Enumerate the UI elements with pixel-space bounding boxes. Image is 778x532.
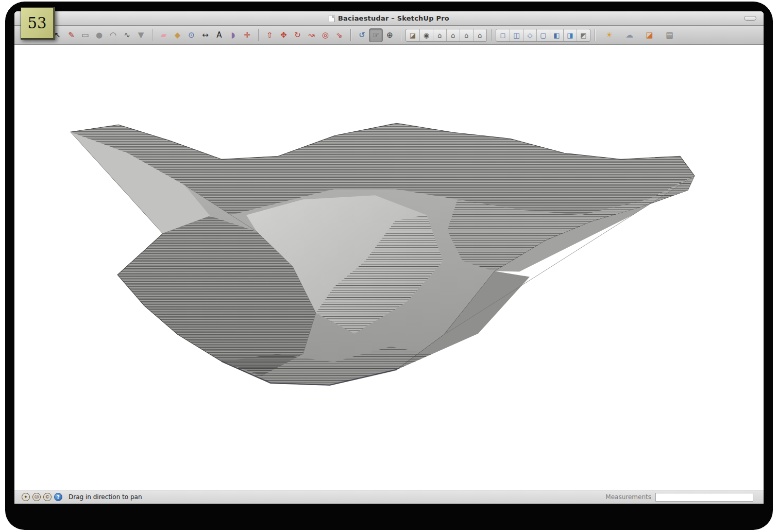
line-tool-icon: ✎	[68, 31, 75, 39]
iso-view[interactable]: ◪	[406, 29, 419, 41]
modify-tools-group: ⇧✥↻↝◎⇘	[263, 28, 346, 42]
scale-tool[interactable]: ⇘	[332, 28, 346, 42]
text-tool-icon: A	[216, 31, 222, 39]
shaded-with-textures-style[interactable]: ◨	[563, 29, 577, 41]
rectangle-tool[interactable]: ▭	[78, 28, 92, 42]
protractor-tool-icon: ◗	[231, 31, 235, 39]
back-view[interactable]: ⌂	[460, 29, 473, 41]
help-icon[interactable]: ?	[54, 493, 62, 501]
top-view[interactable]: ◉	[419, 29, 433, 41]
fog-toggle[interactable]: ☁	[622, 28, 636, 42]
draw-tools-group: ↖✎▭●◠∿▼	[50, 28, 148, 42]
right-view[interactable]: ⌂	[446, 29, 460, 41]
back-view-icon: ⌂	[464, 32, 468, 39]
panels-group: ☀☁◪▤	[599, 28, 680, 42]
toolbar-separator	[401, 29, 401, 41]
shaded-with-textures-style-icon: ◨	[567, 32, 573, 39]
shadows-toggle-icon: ☀	[606, 31, 613, 39]
layers-panel[interactable]: ▤	[663, 28, 676, 42]
annotation-badge: 53	[21, 7, 55, 40]
monochrome-style[interactable]: ◩	[577, 29, 590, 41]
protractor-tool[interactable]: ◗	[226, 28, 240, 42]
geolocation-status-icon[interactable]: ✦	[22, 493, 30, 501]
paint-bucket-tool[interactable]: ◆	[171, 28, 184, 42]
tape-measure-tool-icon: ⊙	[188, 31, 195, 39]
follow-me-tool[interactable]: ↝	[305, 28, 318, 42]
measurements-area: Measurements	[605, 493, 753, 502]
zoom-tool[interactable]: ⊕	[383, 28, 397, 42]
screenshot-frame: Baciaestudar – SketchUp Pro ↖✎▭●◠∿▼▰◆⊙↔A…	[5, 2, 773, 530]
offset-tool[interactable]: ◎	[318, 28, 332, 42]
layers-panel-icon: ▤	[666, 31, 673, 39]
left-view-icon: ⌂	[478, 32, 482, 39]
right-view-icon: ⌂	[451, 32, 455, 39]
document-proxy-icon[interactable]	[329, 15, 335, 22]
circle-tool-icon: ●	[96, 31, 103, 39]
statusbar: ✦☺©? Drag in direction to pan Measuremen…	[14, 490, 764, 504]
hidden-line-style[interactable]: ▢	[536, 29, 550, 41]
eraser-tool[interactable]: ▰	[157, 28, 171, 42]
terrain-model	[14, 45, 764, 490]
paint-bucket-tool-icon: ◆	[175, 31, 181, 39]
toolbar-separator	[152, 29, 153, 41]
move-tool[interactable]: ✥	[277, 28, 291, 42]
rectangle-tool-icon: ▭	[81, 31, 89, 39]
move-tool-icon: ✥	[280, 31, 287, 39]
shadows-toggle[interactable]: ☀	[602, 28, 616, 42]
dimension-tool[interactable]: ↔	[198, 28, 212, 42]
x-ray-style[interactable]: ◻	[496, 29, 510, 41]
wireframe-style[interactable]: ◇	[523, 29, 536, 41]
rotate-tool-icon: ↻	[294, 31, 301, 39]
offset-tool-icon: ◎	[322, 31, 329, 39]
arc-tool-icon: ◠	[110, 31, 116, 39]
back-edges-style[interactable]: ◫	[510, 29, 523, 41]
back-edges-style-icon: ◫	[513, 32, 519, 39]
claim-model-status-icon[interactable]: ☺	[32, 493, 41, 501]
toolbar-separator	[491, 29, 492, 41]
credits-status-icon[interactable]: ©	[43, 493, 52, 501]
line-tool[interactable]: ✎	[64, 28, 78, 42]
push-pull-tool-icon: ⇧	[266, 31, 273, 39]
wireframe-style-icon: ◇	[528, 32, 533, 39]
views-group: ◪◉⌂⌂⌂⌂	[405, 29, 487, 42]
arc-tool[interactable]: ◠	[106, 28, 120, 42]
orbit-tool[interactable]: ↺	[355, 28, 369, 42]
left-view[interactable]: ⌂	[473, 29, 486, 41]
axes-tool[interactable]: ✛	[240, 28, 254, 42]
rotate-tool[interactable]: ↻	[291, 28, 305, 42]
push-pull-tool[interactable]: ⇧	[263, 28, 277, 42]
scale-tool-icon: ⇘	[336, 31, 343, 39]
tape-measure-tool[interactable]: ⊙	[184, 28, 198, 42]
freehand-tool-icon: ∿	[124, 31, 130, 39]
front-view[interactable]: ⌂	[433, 29, 446, 41]
polygon-tool[interactable]: ▼	[134, 28, 148, 42]
section-plane-tool-icon: ◪	[646, 31, 653, 39]
titlebar[interactable]: Baciaestudar – SketchUp Pro	[14, 11, 764, 26]
measurements-input[interactable]	[655, 493, 753, 502]
iso-view-icon: ◪	[410, 32, 416, 39]
dimension-tool-icon: ↔	[202, 31, 209, 39]
fog-toggle-icon: ☁	[625, 31, 633, 39]
shaded-style-icon: ◧	[553, 32, 560, 39]
x-ray-style-icon: ◻	[500, 32, 506, 39]
hidden-line-style-icon: ▢	[540, 32, 546, 39]
section-plane-tool[interactable]: ◪	[642, 28, 656, 42]
window-title: Baciaestudar – SketchUp Pro	[338, 14, 449, 22]
toolbar-separator	[595, 29, 595, 41]
eraser-tool-icon: ▰	[161, 31, 167, 39]
circle-tool[interactable]: ●	[92, 28, 106, 42]
monochrome-style-icon: ◩	[580, 32, 586, 39]
shaded-style[interactable]: ◧	[550, 29, 563, 41]
axes-tool-icon: ✛	[244, 31, 250, 39]
orbit-tool-icon: ↺	[359, 31, 365, 39]
pan-tool[interactable]: ☞	[369, 28, 383, 42]
freehand-tool[interactable]: ∿	[120, 28, 134, 42]
toolbar-toggle-button[interactable]	[744, 16, 756, 21]
sketchup-window: Baciaestudar – SketchUp Pro ↖✎▭●◠∿▼▰◆⊙↔A…	[14, 11, 764, 504]
text-tool[interactable]: A	[212, 28, 226, 42]
top-view-icon: ◉	[424, 32, 429, 39]
polygon-tool-icon: ▼	[138, 31, 144, 39]
styles-group: ◻◫◇▢◧◨◩	[496, 29, 590, 42]
front-view-icon: ⌂	[437, 32, 442, 39]
model-viewport[interactable]	[14, 45, 764, 490]
